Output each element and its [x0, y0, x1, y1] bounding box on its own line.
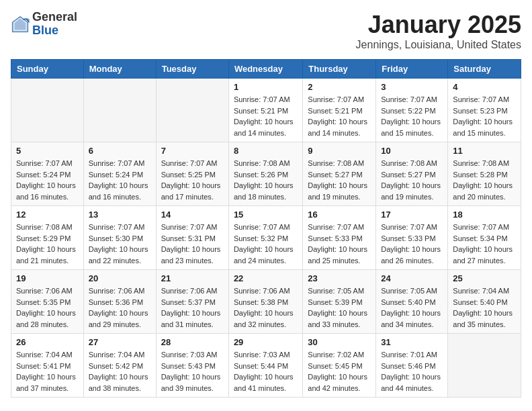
day-number: 2	[308, 82, 371, 92]
calendar-cell: 10Sunrise: 7:08 AM Sunset: 5:27 PM Dayli…	[376, 142, 448, 206]
calendar-week-5: 26Sunrise: 7:04 AM Sunset: 5:41 PM Dayli…	[11, 334, 521, 398]
day-number: 27	[89, 337, 151, 347]
calendar-cell: 17Sunrise: 7:07 AM Sunset: 5:33 PM Dayli…	[376, 206, 448, 270]
calendar-cell: 23Sunrise: 7:05 AM Sunset: 5:39 PM Dayli…	[303, 270, 376, 334]
day-info: Sunrise: 7:06 AM Sunset: 5:35 PM Dayligh…	[16, 285, 79, 330]
day-info: Sunrise: 7:06 AM Sunset: 5:38 PM Dayligh…	[234, 285, 298, 330]
calendar-cell: 11Sunrise: 7:08 AM Sunset: 5:28 PM Dayli…	[448, 142, 521, 206]
day-info: Sunrise: 7:06 AM Sunset: 5:37 PM Dayligh…	[161, 285, 224, 330]
day-header-monday: Monday	[83, 60, 156, 79]
month-title: January 2025	[356, 11, 521, 39]
day-info: Sunrise: 7:07 AM Sunset: 5:24 PM Dayligh…	[16, 158, 79, 202]
day-number: 9	[308, 146, 371, 156]
day-number: 14	[161, 210, 224, 220]
calendar-week-4: 19Sunrise: 7:06 AM Sunset: 5:35 PM Dayli…	[11, 270, 521, 334]
calendar-cell: 6Sunrise: 7:07 AM Sunset: 5:24 PM Daylig…	[83, 142, 156, 206]
day-info: Sunrise: 7:07 AM Sunset: 5:33 PM Dayligh…	[308, 222, 371, 266]
calendar-cell: 30Sunrise: 7:02 AM Sunset: 5:45 PM Dayli…	[303, 334, 376, 398]
calendar-cell: 28Sunrise: 7:03 AM Sunset: 5:43 PM Dayli…	[156, 334, 228, 398]
calendar-cell: 9Sunrise: 7:08 AM Sunset: 5:27 PM Daylig…	[303, 142, 376, 206]
calendar-cell: 31Sunrise: 7:01 AM Sunset: 5:46 PM Dayli…	[376, 334, 448, 398]
day-header-saturday: Saturday	[448, 60, 521, 79]
calendar-cell: 14Sunrise: 7:07 AM Sunset: 5:31 PM Dayli…	[156, 206, 228, 270]
day-number: 30	[308, 337, 371, 347]
logo-blue-text: Blue	[32, 24, 77, 38]
calendar-cell: 1Sunrise: 7:07 AM Sunset: 5:21 PM Daylig…	[228, 79, 302, 142]
day-number: 5	[16, 146, 79, 156]
day-number: 28	[161, 337, 224, 347]
calendar-cell: 4Sunrise: 7:07 AM Sunset: 5:23 PM Daylig…	[448, 79, 521, 142]
day-number: 4	[453, 82, 516, 92]
calendar-cell: 3Sunrise: 7:07 AM Sunset: 5:22 PM Daylig…	[376, 79, 448, 142]
day-info: Sunrise: 7:03 AM Sunset: 5:43 PM Dayligh…	[161, 349, 224, 394]
title-section: January 2025 Jennings, Louisiana, United…	[356, 11, 521, 51]
calendar-table: SundayMondayTuesdayWednesdayThursdayFrid…	[11, 59, 521, 398]
day-number: 15	[234, 210, 298, 220]
calendar-cell: 2Sunrise: 7:07 AM Sunset: 5:21 PM Daylig…	[303, 79, 376, 142]
day-info: Sunrise: 7:06 AM Sunset: 5:36 PM Dayligh…	[89, 285, 151, 330]
calendar-cell: 22Sunrise: 7:06 AM Sunset: 5:38 PM Dayli…	[228, 270, 302, 334]
day-number: 16	[308, 210, 371, 220]
day-header-friday: Friday	[376, 60, 448, 79]
day-number: 12	[16, 210, 79, 220]
day-header-sunday: Sunday	[11, 60, 84, 79]
calendar-cell: 27Sunrise: 7:04 AM Sunset: 5:42 PM Dayli…	[83, 334, 156, 398]
day-number: 31	[381, 337, 443, 347]
day-info: Sunrise: 7:07 AM Sunset: 5:33 PM Dayligh…	[381, 222, 443, 266]
day-number: 24	[381, 273, 443, 283]
day-info: Sunrise: 7:08 AM Sunset: 5:27 PM Dayligh…	[308, 158, 371, 202]
day-info: Sunrise: 7:07 AM Sunset: 5:30 PM Dayligh…	[89, 222, 151, 266]
day-info: Sunrise: 7:01 AM Sunset: 5:46 PM Dayligh…	[381, 349, 443, 394]
calendar-week-2: 5Sunrise: 7:07 AM Sunset: 5:24 PM Daylig…	[11, 142, 521, 206]
day-info: Sunrise: 7:07 AM Sunset: 5:34 PM Dayligh…	[453, 222, 516, 266]
day-number: 18	[453, 210, 516, 220]
day-info: Sunrise: 7:07 AM Sunset: 5:31 PM Dayligh…	[161, 222, 224, 266]
calendar-cell	[83, 79, 156, 142]
calendar-cell: 24Sunrise: 7:05 AM Sunset: 5:40 PM Dayli…	[376, 270, 448, 334]
day-number: 1	[234, 82, 298, 92]
day-info: Sunrise: 7:07 AM Sunset: 5:32 PM Dayligh…	[234, 222, 298, 266]
calendar-cell: 5Sunrise: 7:07 AM Sunset: 5:24 PM Daylig…	[11, 142, 84, 206]
calendar-cell: 29Sunrise: 7:03 AM Sunset: 5:44 PM Dayli…	[228, 334, 302, 398]
calendar-cell	[11, 79, 84, 142]
day-number: 3	[381, 82, 443, 92]
day-info: Sunrise: 7:04 AM Sunset: 5:41 PM Dayligh…	[16, 349, 79, 394]
calendar-cell: 16Sunrise: 7:07 AM Sunset: 5:33 PM Dayli…	[303, 206, 376, 270]
day-number: 26	[16, 337, 79, 347]
day-number: 11	[453, 146, 516, 156]
logo-text: General Blue	[32, 11, 77, 38]
calendar-cell: 25Sunrise: 7:04 AM Sunset: 5:40 PM Dayli…	[448, 270, 521, 334]
calendar-week-1: 1Sunrise: 7:07 AM Sunset: 5:21 PM Daylig…	[11, 79, 521, 142]
calendar-cell	[156, 79, 228, 142]
calendar-cell: 15Sunrise: 7:07 AM Sunset: 5:32 PM Dayli…	[228, 206, 302, 270]
day-info: Sunrise: 7:07 AM Sunset: 5:24 PM Dayligh…	[89, 158, 151, 202]
calendar-cell: 19Sunrise: 7:06 AM Sunset: 5:35 PM Dayli…	[11, 270, 84, 334]
day-header-thursday: Thursday	[303, 60, 376, 79]
day-info: Sunrise: 7:05 AM Sunset: 5:40 PM Dayligh…	[381, 285, 443, 330]
page-header: General Blue January 2025 Jennings, Loui…	[11, 11, 521, 51]
day-number: 13	[89, 210, 151, 220]
day-info: Sunrise: 7:07 AM Sunset: 5:23 PM Dayligh…	[453, 94, 516, 138]
calendar-cell: 26Sunrise: 7:04 AM Sunset: 5:41 PM Dayli…	[11, 334, 84, 398]
day-info: Sunrise: 7:05 AM Sunset: 5:39 PM Dayligh…	[308, 285, 371, 330]
day-number: 20	[89, 273, 151, 283]
calendar-cell: 20Sunrise: 7:06 AM Sunset: 5:36 PM Dayli…	[83, 270, 156, 334]
calendar-week-3: 12Sunrise: 7:08 AM Sunset: 5:29 PM Dayli…	[11, 206, 521, 270]
day-info: Sunrise: 7:08 AM Sunset: 5:27 PM Dayligh…	[381, 158, 443, 202]
location: Jennings, Louisiana, United States	[356, 39, 521, 51]
calendar-header-row: SundayMondayTuesdayWednesdayThursdayFrid…	[11, 60, 521, 79]
day-number: 8	[234, 146, 298, 156]
day-info: Sunrise: 7:02 AM Sunset: 5:45 PM Dayligh…	[308, 349, 371, 394]
day-number: 19	[16, 273, 79, 283]
day-number: 17	[381, 210, 443, 220]
day-number: 25	[453, 273, 516, 283]
calendar-cell: 21Sunrise: 7:06 AM Sunset: 5:37 PM Dayli…	[156, 270, 228, 334]
calendar-cell: 8Sunrise: 7:08 AM Sunset: 5:26 PM Daylig…	[228, 142, 302, 206]
logo: General Blue	[11, 11, 77, 38]
calendar-cell	[448, 334, 521, 398]
day-info: Sunrise: 7:07 AM Sunset: 5:25 PM Dayligh…	[161, 158, 224, 202]
day-number: 29	[234, 337, 298, 347]
calendar-cell: 7Sunrise: 7:07 AM Sunset: 5:25 PM Daylig…	[156, 142, 228, 206]
calendar-cell: 13Sunrise: 7:07 AM Sunset: 5:30 PM Dayli…	[83, 206, 156, 270]
day-info: Sunrise: 7:08 AM Sunset: 5:29 PM Dayligh…	[16, 222, 79, 266]
